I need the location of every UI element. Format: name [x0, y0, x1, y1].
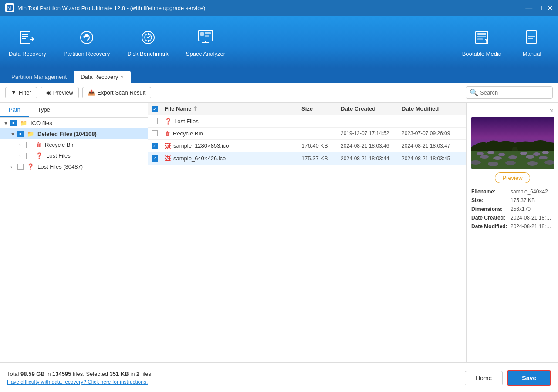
- deleted-files-folder-icon: 📁: [27, 131, 34, 137]
- dimensions-label: Dimensions:: [471, 206, 511, 212]
- svg-point-39: [526, 155, 534, 159]
- ico-files-checkbox[interactable]: ■: [10, 120, 17, 126]
- svg-point-32: [498, 153, 505, 156]
- row-sample1280-modified: 2024-08-21 18:03:47: [402, 143, 463, 149]
- row-lost-files-check[interactable]: [152, 118, 165, 124]
- tab-partition-management[interactable]: Partition Management: [4, 71, 74, 83]
- sample1280-size-val: 176.40 KB: [301, 142, 328, 149]
- row-sample640-name: 🖼 sample_640×426.ico: [165, 155, 301, 162]
- left-panel: Path Type ▼ ■ 📁 ICO files ▼ ■ 📁 Deleted …: [0, 103, 148, 362]
- tab-close-icon[interactable]: ×: [121, 74, 123, 80]
- app-logo: M: [5, 3, 14, 12]
- svg-point-35: [542, 151, 549, 154]
- col-header-modified: Date Modified: [402, 105, 463, 112]
- svg-text:M: M: [7, 6, 11, 10]
- svg-line-13: [148, 36, 151, 37]
- lost-files-top-label: Lost Files (30487): [37, 163, 83, 170]
- sample1280-checkbox[interactable]: ✓: [152, 143, 158, 149]
- app-title: MiniTool Partition Wizard Pro Ultimate 1…: [17, 5, 525, 11]
- toolbar-manual[interactable]: Manual: [514, 27, 549, 57]
- toolbar-disk-benchmark[interactable]: Disk Benchmark: [127, 27, 169, 57]
- deleted-files-checkbox[interactable]: ■: [17, 131, 24, 137]
- help-link[interactable]: Have difficulty with data recovery? Clic…: [7, 379, 153, 385]
- lost-files-top-checkbox[interactable]: [17, 164, 24, 170]
- preview-button[interactable]: ◉ Preview: [41, 87, 79, 98]
- filename-value: sample_640×426.ico: [511, 189, 554, 195]
- preview-action-button[interactable]: Preview: [495, 172, 530, 183]
- tree-item-lost-files-sub[interactable]: › ❓ Lost Files: [0, 150, 148, 161]
- svg-rect-29: [471, 151, 554, 169]
- svg-point-44: [527, 161, 538, 166]
- date-modified-label: Date Modified:: [471, 223, 511, 230]
- row-sample1280-size: 176.40 KB: [301, 142, 341, 149]
- panel-tabs: Path Type: [0, 103, 148, 118]
- in2-text: in: [129, 371, 136, 377]
- chevron-right-icon: ›: [19, 142, 24, 148]
- space-analyzer-label: Space Analyzer: [186, 51, 225, 57]
- tab-data-recovery[interactable]: Data Recovery ×: [74, 71, 130, 83]
- sample640-checkbox[interactable]: ✓: [152, 155, 158, 162]
- svg-rect-2: [20, 31, 30, 44]
- row-sample640-size: 175.37 KB: [301, 155, 341, 162]
- filter-button[interactable]: ▼ Filter: [5, 87, 37, 98]
- lost-files-sub-checkbox[interactable]: [26, 153, 32, 159]
- svg-rect-23: [477, 38, 483, 40]
- svg-point-6: [81, 31, 93, 44]
- recycle-row-checkbox[interactable]: [152, 130, 158, 136]
- toolbar-space-analyzer[interactable]: Space Analyzer: [186, 27, 225, 57]
- toolbar-bootable-media[interactable]: Bootable Media: [462, 27, 501, 57]
- action-bar: ▼ Filter ◉ Preview 📤 Export Scan Result …: [0, 83, 558, 103]
- preview-close-icon[interactable]: ×: [550, 107, 554, 115]
- meta-filename: Filename: sample_640×426.ico: [471, 189, 554, 195]
- row-recycle-check[interactable]: [152, 130, 165, 136]
- header-check[interactable]: ✓: [152, 105, 165, 112]
- save-button[interactable]: Save: [507, 370, 551, 386]
- tree-item-ico-files[interactable]: ▼ ■ 📁 ICO files: [0, 118, 148, 128]
- header-checkbox[interactable]: ✓: [152, 106, 158, 112]
- recycle-bin-checkbox[interactable]: [26, 142, 32, 148]
- export-button[interactable]: 📤 Export Scan Result: [82, 87, 151, 98]
- meta-date-created: Date Created: 2024-08-21 18:03:44: [471, 215, 554, 221]
- row-lost-files-name: ❓ Lost Files: [165, 118, 301, 125]
- row-sample1280-check[interactable]: ✓: [152, 143, 165, 149]
- disk-benchmark-icon: [138, 27, 159, 48]
- toolbar: Data Recovery Partition Recovery Disk Be…: [0, 16, 558, 68]
- filter-icon: ▼: [11, 89, 17, 96]
- lost-files-row-checkbox[interactable]: [152, 118, 158, 124]
- tab-type[interactable]: Type: [29, 103, 59, 117]
- sort-icon[interactable]: ⬆: [193, 105, 198, 112]
- file-row-sample640[interactable]: ✓ 🖼 sample_640×426.ico 175.37 KB 2024-08…: [148, 152, 466, 165]
- size-label: Size:: [471, 197, 511, 203]
- ico-files-folder-icon: 📁: [20, 120, 27, 126]
- maximize-btn[interactable]: □: [538, 4, 542, 12]
- tab-path[interactable]: Path: [0, 103, 29, 117]
- sample640-size-val: 175.37 KB: [301, 155, 328, 162]
- window-controls[interactable]: — □ ✕: [525, 4, 553, 12]
- manual-label: Manual: [523, 51, 541, 57]
- tree-item-recycle-bin[interactable]: › 🗑 Recycle Bin: [0, 139, 148, 150]
- tree-item-lost-files-top[interactable]: › ❓ Lost Files (30487): [0, 161, 148, 172]
- status-text-area: Total 98.59 GB in 134595 files. Selected…: [7, 371, 153, 385]
- bootable-media-label: Bootable Media: [462, 51, 501, 57]
- preview-meta: Filename: sample_640×426.ico Size: 175.3…: [471, 189, 554, 232]
- minimize-btn[interactable]: —: [525, 4, 532, 12]
- tree-item-deleted-files[interactable]: ▼ ■ 📁 Deleted Files (104108): [0, 128, 148, 139]
- data-recovery-icon: [17, 27, 38, 48]
- close-btn[interactable]: ✕: [547, 4, 553, 12]
- row-sample640-check[interactable]: ✓: [152, 155, 165, 162]
- search-box[interactable]: 🔍: [466, 86, 553, 99]
- file-row-recycle-bin[interactable]: 🗑 Recycle Bin 2019-12-07 17:14:52 2023-0…: [148, 128, 466, 140]
- toolbar-partition-recovery[interactable]: Partition Recovery: [64, 27, 110, 57]
- home-button[interactable]: Home: [465, 371, 503, 385]
- preview-label: Preview: [53, 89, 73, 96]
- filter-label: Filter: [19, 89, 31, 96]
- search-input[interactable]: [480, 89, 549, 96]
- file-list: ✓ File Name ⬆ Size Date Created Date Mod…: [148, 103, 467, 362]
- toolbar-data-recovery[interactable]: Data Recovery: [9, 27, 46, 57]
- file-row-lost-files[interactable]: ❓ Lost Files: [148, 115, 466, 128]
- filename-label: Filename:: [471, 189, 511, 195]
- file-row-sample1280[interactable]: ✓ 🖼 sample_1280×853.ico 176.40 KB 2024-0…: [148, 140, 466, 152]
- tab-data-recovery-label: Data Recovery: [81, 74, 118, 80]
- preview-panel: ×: [467, 103, 558, 362]
- total-files: 134595: [52, 371, 71, 377]
